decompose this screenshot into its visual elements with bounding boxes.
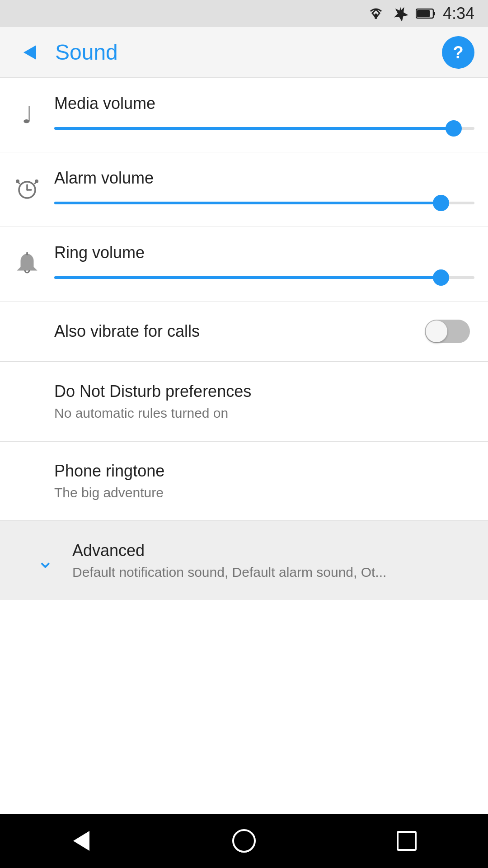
- do-not-disturb-item[interactable]: Do Not Disturb preferences No automatic …: [0, 362, 488, 442]
- alarm-volume-track: [54, 202, 474, 204]
- status-time: 4:34: [443, 4, 474, 23]
- media-volume-label: Media volume: [54, 94, 474, 113]
- content-area: ♩ Media volume Al: [0, 78, 488, 814]
- ring-volume-thumb[interactable]: [433, 269, 449, 286]
- alarm-volume-content: Alarm volume: [54, 169, 474, 210]
- alarm-volume-fill: [54, 202, 441, 204]
- alarm-volume-slider[interactable]: [54, 196, 474, 210]
- vibrate-toggle-label: Also vibrate for calls: [54, 322, 425, 341]
- nav-home-icon: [232, 829, 256, 853]
- music-note-icon: ♩: [22, 101, 33, 128]
- advanced-row[interactable]: ⌄ Advanced Default notification sound, D…: [0, 521, 488, 600]
- alarm-volume-row: Alarm volume: [0, 152, 488, 227]
- media-volume-content: Media volume: [54, 94, 474, 136]
- nav-back-button[interactable]: [59, 818, 104, 863]
- advanced-subtitle: Default notification sound, Default alar…: [72, 565, 470, 580]
- status-bar: 4:34: [0, 0, 488, 27]
- nav-recents-icon: [397, 831, 417, 851]
- phone-ringtone-title: Phone ringtone: [54, 462, 470, 481]
- back-arrow-icon: [23, 45, 36, 60]
- ring-volume-content: Ring volume: [54, 243, 474, 285]
- ring-volume-track: [54, 276, 474, 279]
- back-button[interactable]: [14, 36, 46, 69]
- nav-bar: [0, 814, 488, 868]
- status-icons: 4:34: [367, 4, 474, 23]
- phone-ringtone-subtitle: The big adventure: [54, 485, 470, 500]
- advanced-icon-area: ⌄: [18, 548, 72, 573]
- svg-point-9: [16, 179, 19, 183]
- ring-volume-fill: [54, 276, 441, 279]
- help-button[interactable]: ?: [442, 36, 474, 69]
- wifi-icon: [367, 7, 385, 20]
- ring-volume-icon-area: [0, 252, 54, 276]
- alarm-volume-icon-area: [0, 177, 54, 202]
- nav-back-icon: [73, 831, 89, 851]
- vibrate-toggle-knob: [426, 321, 447, 342]
- vibrate-toggle-row: Also vibrate for calls: [0, 302, 488, 362]
- page-title: Sound: [55, 40, 442, 65]
- ring-volume-label: Ring volume: [54, 243, 474, 262]
- help-icon: ?: [453, 44, 463, 61]
- media-volume-thumb[interactable]: [446, 120, 462, 137]
- svg-rect-3: [417, 10, 430, 17]
- alarm-volume-label: Alarm volume: [54, 169, 474, 188]
- do-not-disturb-title: Do Not Disturb preferences: [54, 382, 470, 401]
- nav-home-button[interactable]: [221, 818, 267, 863]
- battery-icon: [416, 7, 436, 20]
- vibrate-toggle-switch[interactable]: [425, 320, 470, 343]
- do-not-disturb-subtitle: No automatic rules turned on: [54, 406, 470, 421]
- nav-recents-button[interactable]: [384, 818, 429, 863]
- advanced-content: Advanced Default notification sound, Def…: [72, 541, 470, 580]
- media-volume-icon-area: ♩: [0, 101, 54, 128]
- ring-volume-slider[interactable]: [54, 270, 474, 285]
- media-volume-fill: [54, 127, 454, 130]
- svg-point-0: [375, 16, 377, 19]
- chevron-down-icon: ⌄: [37, 548, 54, 573]
- alarm-clock-icon: [15, 177, 39, 202]
- bell-icon: [15, 252, 39, 276]
- media-volume-track: [54, 127, 474, 130]
- svg-point-10: [35, 179, 38, 183]
- media-volume-slider[interactable]: [54, 121, 474, 136]
- svg-rect-2: [433, 12, 435, 15]
- phone-ringtone-item[interactable]: Phone ringtone The big adventure: [0, 442, 488, 521]
- alarm-volume-thumb[interactable]: [433, 195, 449, 211]
- ring-volume-row: Ring volume: [0, 227, 488, 302]
- app-bar: Sound ?: [0, 27, 488, 78]
- advanced-title: Advanced: [72, 541, 470, 560]
- media-volume-row: ♩ Media volume: [0, 78, 488, 152]
- airplane-icon: [392, 5, 408, 22]
